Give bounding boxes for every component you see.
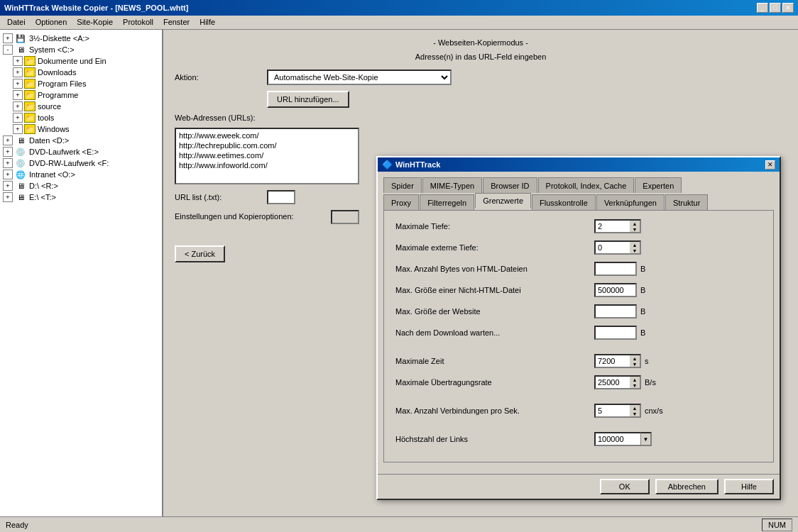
menu-protokoll[interactable]: Protokoll	[119, 17, 158, 28]
minimize-button[interactable]: _	[757, 3, 768, 13]
sidebar-item-windows[interactable]: + 📁 Windows	[10, 123, 162, 135]
tab-verknuepfungen[interactable]: Verknüpfungen	[596, 194, 665, 210]
max-ext-depth-input[interactable]	[594, 240, 630, 255]
expand-icon[interactable]: +	[13, 113, 23, 123]
expand-icon[interactable]: +	[13, 90, 23, 100]
menu-hilfe[interactable]: Hilfe	[195, 17, 219, 28]
tab-browser-id[interactable]: Browser ID	[483, 177, 537, 193]
sidebar-item-programme[interactable]: + 📁 Programme	[10, 89, 162, 101]
sidebar-item-dvdrw-f[interactable]: + 💿 DVD-RW-Laufwerk <F:	[0, 157, 162, 169]
sidebar-item-dvd-e[interactable]: + 💿 DVD-Laufwerk <E:>	[0, 146, 162, 157]
max-connections-unit: cnx/s	[645, 406, 663, 415]
spin-down[interactable]: ▼	[630, 382, 640, 388]
menu-optionen[interactable]: Optionen	[31, 17, 72, 28]
url-item[interactable]: http://www.eweek.com/	[177, 131, 356, 140]
sidebar-item-program-files[interactable]: + 📁 Program Files	[10, 78, 162, 89]
url-item[interactable]: http://www.infoworld.com/	[177, 160, 356, 170]
menu-bar: Datei Optionen Site-Kopie Protokoll Fens…	[0, 16, 798, 30]
add-url-button[interactable]: URL hinzufügen...	[267, 91, 349, 108]
mode-text: - Webseiten-Kopiermodus -	[175, 38, 787, 47]
max-transfer-rate-input[interactable]	[594, 375, 630, 389]
url-list[interactable]: http://www.eweek.com/ http://techrepubli…	[175, 128, 359, 184]
url-item[interactable]: http://techrepublic.com.com/	[177, 140, 356, 150]
sidebar-item-tools[interactable]: + 📁 tools	[10, 112, 162, 123]
spin-down[interactable]: ▼	[630, 226, 640, 232]
sidebar-item-downloads[interactable]: + 📁 Downloads	[10, 67, 162, 78]
expand-icon[interactable]: +	[3, 181, 13, 191]
max-connections-label: Max. Anzahl Verbindungen pro Sek.	[395, 406, 594, 415]
title-bar: WinHTTrack Website Copier - [NEWS_POOL.w…	[0, 0, 798, 16]
expand-icon[interactable]: +	[3, 135, 13, 145]
spin-up[interactable]: ▲	[630, 221, 640, 226]
ok-button[interactable]: OK	[600, 479, 650, 494]
max-bytes-html-input[interactable]	[594, 262, 637, 276]
back-button[interactable]: < Zurück	[175, 245, 225, 262]
settings-label: Einstellungen und Kopieroptionen:	[175, 210, 331, 221]
dialog-title: 🔷 WinHTTrack	[382, 160, 440, 170]
expand-icon[interactable]: +	[3, 158, 13, 168]
spin-up[interactable]: ▲	[630, 377, 640, 382]
dialog-title-bar: 🔷 WinHTTrack ✕	[378, 157, 780, 172]
cancel-button[interactable]: Abbrechen	[655, 479, 718, 494]
expand-icon[interactable]: +	[13, 56, 23, 66]
url-list-input[interactable]	[267, 190, 295, 204]
sidebar-item-diskette[interactable]: + 💾 3½-Diskette <A:>	[0, 33, 162, 44]
max-connections-input[interactable]	[594, 404, 630, 418]
maximize-button[interactable]: □	[770, 3, 781, 13]
help-button[interactable]: Hilfe	[724, 479, 774, 494]
url-item[interactable]: http://www.eetimes.com/	[177, 150, 356, 160]
max-links-dropdown[interactable]: ▼	[640, 432, 652, 446]
sidebar-item-d-r[interactable]: + 🖥 D:\ <R:>	[0, 180, 162, 192]
tab-flusskontrolle[interactable]: Flusskontrolle	[532, 194, 596, 210]
wait-after-download-input[interactable]	[594, 326, 637, 340]
spin-up[interactable]: ▲	[630, 405, 640, 411]
tab-proxy[interactable]: Proxy	[383, 194, 419, 210]
spin-down[interactable]: ▼	[630, 411, 640, 416]
max-size-website-label: Max. Größe der Website	[395, 307, 594, 316]
max-size-website-row: Max. Größe der Website B	[395, 304, 762, 318]
max-links-input[interactable]	[594, 432, 640, 446]
spin-down[interactable]: ▼	[630, 361, 640, 367]
max-transfer-rate-control: ▲ ▼	[594, 375, 641, 389]
expand-icon[interactable]: +	[3, 170, 13, 179]
max-depth-input[interactable]	[594, 219, 630, 233]
menu-site-kopie[interactable]: Site-Kopie	[72, 17, 117, 28]
sidebar-item-daten[interactable]: + 🖥 Daten <D:>	[0, 135, 162, 146]
drive-icon: 🖥	[14, 135, 27, 145]
max-size-website-input[interactable]	[594, 304, 637, 318]
expand-icon[interactable]: +	[13, 67, 23, 77]
expand-icon[interactable]: +	[13, 101, 23, 111]
expand-icon[interactable]: +	[13, 124, 23, 134]
menu-fenster[interactable]: Fenster	[159, 17, 194, 28]
dialog-close-button[interactable]: ✕	[765, 160, 775, 170]
tab-grenzwerte[interactable]: Grenzwerte	[475, 193, 531, 209]
sidebar-item-intranet[interactable]: + 🌐 Intranet <O:>	[0, 169, 162, 180]
expand-icon[interactable]: +	[13, 79, 23, 89]
tab-struktur[interactable]: Struktur	[665, 194, 709, 210]
max-time-label: Maximale Zeit	[395, 357, 594, 365]
max-size-nonhtml-input[interactable]	[594, 283, 637, 297]
sidebar-item-e-t[interactable]: + 🖥 E:\ <T:>	[0, 192, 162, 203]
drive-icon: 💿	[14, 147, 27, 157]
tab-experten[interactable]: Experten	[635, 177, 682, 193]
max-ext-depth-arrows: ▲ ▼	[630, 240, 641, 255]
tab-protokoll[interactable]: Protokoll, Index, Cache	[538, 177, 635, 193]
spin-up[interactable]: ▲	[630, 242, 640, 248]
spin-down[interactable]: ▼	[630, 248, 640, 253]
tab-spider[interactable]: Spider	[383, 177, 422, 193]
spin-up[interactable]: ▲	[630, 355, 640, 361]
sidebar-item-source[interactable]: + 📁 source	[10, 101, 162, 112]
close-button[interactable]: ✕	[782, 3, 794, 13]
sidebar-item-system[interactable]: - 🖥 System <C:>	[0, 44, 162, 55]
expand-icon[interactable]: +	[3, 33, 13, 43]
expand-icon[interactable]: -	[3, 45, 13, 55]
tab-mime[interactable]: MIME-Typen	[422, 177, 482, 193]
expand-icon[interactable]: +	[3, 147, 13, 157]
tab-filterregeln[interactable]: Filterregeln	[420, 194, 474, 210]
sidebar-item-dokumente[interactable]: + 📁 Dokumente und Ein	[10, 55, 162, 67]
action-select[interactable]: Automatische Web-Site-Kopie Nur neue Sei…	[267, 70, 452, 85]
max-time-input[interactable]	[594, 354, 630, 368]
menu-datei[interactable]: Datei	[3, 17, 30, 28]
window-controls: _ □ ✕	[757, 3, 794, 13]
expand-icon[interactable]: +	[3, 192, 13, 202]
